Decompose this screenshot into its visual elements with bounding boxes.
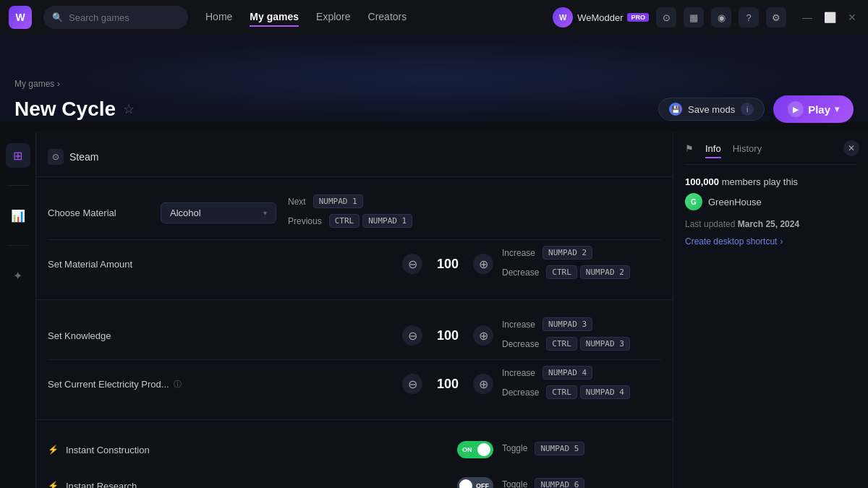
decrease2-label: Decrease xyxy=(502,267,539,278)
set-material-label: Set Material Amount xyxy=(48,259,393,270)
nav-home[interactable]: Home xyxy=(205,8,232,27)
author-avatar: G xyxy=(685,193,702,210)
sidebar-divider xyxy=(7,185,29,186)
increase3-keys: NUMPAD 3 xyxy=(542,317,592,331)
material-stepper: ⊖ 100 ⊕ xyxy=(402,254,493,274)
toggle5-row: Toggle NUMPAD 5 xyxy=(502,442,661,455)
material-dropdown[interactable]: Alcohol ▾ xyxy=(161,202,276,223)
play-chevron-icon: ▾ xyxy=(835,104,839,114)
toggle5-shortcuts: Toggle NUMPAD 5 xyxy=(502,442,661,458)
steam-icon: ⊙ xyxy=(48,149,64,165)
flag-icon-tab: ⚑ xyxy=(685,143,694,158)
favorite-star-icon[interactable]: ☆ xyxy=(123,101,135,117)
nav-creators[interactable]: Creators xyxy=(368,8,407,27)
sidebar-icons: ⊞ 📊 ✦ xyxy=(0,132,36,488)
decrease3-row: Decrease CTRL NUMPAD 3 xyxy=(502,337,661,351)
instant-construction-toggle[interactable]: ON xyxy=(457,441,493,458)
author-initials: G xyxy=(691,198,697,206)
dropdown-chevron-icon: ▾ xyxy=(263,209,267,217)
previous-label: Previous xyxy=(288,216,322,226)
previous-keys: CTRL NUMPAD 1 xyxy=(329,214,412,228)
instant-research-row: ⚡ Instant Research OFF Toggle NUMPAD 6 xyxy=(48,468,661,488)
instant-research-toggle[interactable]: OFF xyxy=(457,477,493,488)
decrease3-key-2[interactable]: NUMPAD 3 xyxy=(580,337,630,351)
prev-key-1[interactable]: CTRL xyxy=(329,214,360,228)
members-count: 100,000 members play this xyxy=(685,176,856,187)
play-icon: ▶ xyxy=(788,101,804,117)
set-material-amount-row: Set Material Amount ⊖ 100 ⊕ Increase NUM… xyxy=(48,240,661,288)
increase2-key-1[interactable]: NUMPAD 2 xyxy=(542,246,592,260)
create-shortcut-link[interactable]: Create desktop shortcut › xyxy=(685,236,856,247)
material-increase-btn[interactable]: ⊕ xyxy=(473,254,493,274)
search-input[interactable] xyxy=(69,12,179,23)
electricity-info-icon[interactable]: ⓘ xyxy=(174,379,182,390)
nav-explore[interactable]: Explore xyxy=(316,8,350,27)
close-btn[interactable]: ✕ xyxy=(845,10,859,25)
content-area: ⊙ Steam Choose Material Alcohol ▾ Next N… xyxy=(36,132,673,488)
pro-badge: PRO xyxy=(627,13,649,22)
increase2-label: Increase xyxy=(502,248,535,258)
toggle5-key-1[interactable]: NUMPAD 5 xyxy=(535,442,584,455)
tab-history[interactable]: History xyxy=(733,143,762,158)
decrease2-key-1[interactable]: CTRL xyxy=(546,265,577,279)
toggle6-key-1[interactable]: NUMPAD 6 xyxy=(535,478,584,489)
next-key-1[interactable]: NUMPAD 1 xyxy=(313,194,363,208)
sidebar-mods-icon[interactable]: ⊞ xyxy=(6,143,30,168)
author-name: GreenHouse xyxy=(708,197,762,207)
breadcrumb: My games › xyxy=(14,79,60,89)
right-tabs: ⚑ Info History xyxy=(685,143,856,165)
decrease2-key-2[interactable]: NUMPAD 2 xyxy=(580,265,630,279)
save-mods-button[interactable]: 💾 Save mods i xyxy=(658,98,765,121)
increase4-row: Increase NUMPAD 4 xyxy=(502,366,661,380)
prev-key-2[interactable]: NUMPAD 1 xyxy=(362,214,412,228)
nav-my-games[interactable]: My games xyxy=(250,8,299,27)
decrease2-keys: CTRL NUMPAD 2 xyxy=(546,265,629,279)
discord-icon-btn[interactable]: ◉ xyxy=(711,7,731,27)
sidebar-tools-icon[interactable]: ✦ xyxy=(6,263,30,288)
decrease3-keys: CTRL NUMPAD 3 xyxy=(546,337,629,351)
decrease4-key-2[interactable]: NUMPAD 4 xyxy=(580,385,630,399)
settings-icon-btn[interactable]: ⚙ xyxy=(766,7,786,27)
increase4-key-1[interactable]: NUMPAD 4 xyxy=(542,366,592,380)
avatar: W xyxy=(553,7,573,27)
page-header: New Cycle ☆ 💾 Save mods i ▶ Play ▾ xyxy=(0,90,868,132)
sidebar-chart-icon[interactable]: 📊 xyxy=(6,203,30,228)
logo[interactable]: W xyxy=(9,6,32,29)
breadcrumb-my-games[interactable]: My games xyxy=(14,79,54,89)
play-button[interactable]: ▶ Play ▾ xyxy=(773,95,854,123)
main-layout: ⊞ 📊 ✦ ⊙ Steam Choose Material Alcohol ▾ xyxy=(0,132,868,488)
knowledge-increase-btn[interactable]: ⊕ xyxy=(473,325,493,346)
electricity-increase-btn[interactable]: ⊕ xyxy=(473,374,493,394)
help-icon-btn[interactable]: ? xyxy=(739,7,759,27)
knowledge-shortcuts: Increase NUMPAD 3 Decrease CTRL NUMPAD 3 xyxy=(502,317,661,354)
members-number: 100,000 xyxy=(685,176,719,187)
breadcrumb-separator: › xyxy=(57,79,60,89)
topnav: W 🔍 Home My games Explore Creators W WeM… xyxy=(0,0,868,35)
choose-material-row: Choose Material Alcohol ▾ Next NUMPAD 1 … xyxy=(48,189,661,239)
close-panel-button[interactable]: ✕ xyxy=(843,140,859,156)
grid-icon-btn[interactable]: ▦ xyxy=(684,7,704,27)
increase3-key-1[interactable]: NUMPAD 3 xyxy=(542,317,592,331)
electricity-shortcuts: Increase NUMPAD 4 Decrease CTRL NUMPAD 4 xyxy=(502,366,661,402)
maximize-btn[interactable]: ⬜ xyxy=(821,10,839,25)
knowledge-value: 100 xyxy=(430,328,466,343)
source-bar: ⊙ Steam xyxy=(36,143,673,176)
minimize-btn[interactable]: — xyxy=(799,10,815,25)
next-keys: NUMPAD 1 xyxy=(313,194,363,208)
save-mods-label: Save mods xyxy=(688,104,735,115)
right-panel: ✕ ⚑ Info History 100,000 members play th… xyxy=(673,132,868,488)
search-bar[interactable]: 🔍 xyxy=(43,6,188,29)
avatar-circle-btn[interactable]: ⊙ xyxy=(656,7,676,27)
electricity-decrease-btn[interactable]: ⊖ xyxy=(402,374,422,394)
save-mods-info-icon: i xyxy=(741,103,754,116)
knowledge-decrease-btn[interactable]: ⊖ xyxy=(402,325,422,346)
header-actions: 💾 Save mods i ▶ Play ▾ xyxy=(658,95,854,123)
increase3-row: Increase NUMPAD 3 xyxy=(502,317,661,331)
decrease3-key-1[interactable]: CTRL xyxy=(546,337,577,351)
decrease4-key-1[interactable]: CTRL xyxy=(546,385,577,399)
toggle5-keys: NUMPAD 5 xyxy=(535,442,584,455)
material-decrease-btn[interactable]: ⊖ xyxy=(402,254,422,274)
lightning-icon-2: ⚡ xyxy=(48,481,59,488)
tab-info[interactable]: Info xyxy=(705,143,721,158)
decrease4-row: Decrease CTRL NUMPAD 4 xyxy=(502,385,661,399)
